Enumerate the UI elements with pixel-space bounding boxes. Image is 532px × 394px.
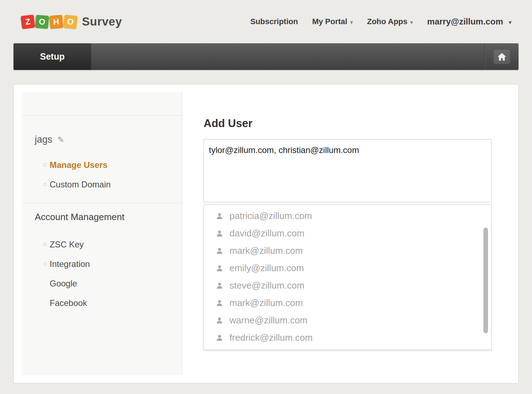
bullet-icon xyxy=(43,243,46,246)
page-title: Add User xyxy=(204,117,510,130)
suggestion-item[interactable]: emily@zillum.com xyxy=(204,259,491,277)
zoho-survey-logo: Z O H O Survey xyxy=(21,15,122,28)
nav-subscription[interactable]: Subscription xyxy=(250,17,298,26)
suggestion-email: david@zillum.com xyxy=(229,228,304,239)
nav-my-portal-label: My Portal xyxy=(312,17,347,26)
person-icon xyxy=(216,264,223,272)
sidebar-item-label: Facebook xyxy=(50,298,87,308)
suggestion-item[interactable]: david@zillum.com xyxy=(204,225,491,242)
setup-toolbar: Setup xyxy=(13,43,519,70)
suggestion-email: patricia@zillum.com xyxy=(229,210,312,221)
sidebar-item-integration[interactable]: Integration xyxy=(22,254,182,274)
person-icon xyxy=(216,230,223,237)
add-user-email-input[interactable]: tylor@zillum.com, christian@zillum.com xyxy=(204,139,492,202)
suggestion-item[interactable]: fredrick@zillum.com xyxy=(204,329,491,346)
suggestion-email: steve@zillum.com xyxy=(229,280,304,291)
suggestion-email: mark@zillum.com xyxy=(229,245,303,256)
account-email: marry@zillum.com xyxy=(427,17,503,27)
edit-pencil-icon[interactable]: ✎ xyxy=(57,135,65,145)
sidebar-item-manage-users[interactable]: Manage Users xyxy=(22,155,182,175)
person-icon xyxy=(216,334,223,342)
sidebar-item-zsc-key[interactable]: ZSC Key xyxy=(22,235,182,254)
sidebar-item-label: Custom Domain xyxy=(50,180,111,190)
suggestion-item[interactable]: patricia@zillum.com xyxy=(204,207,491,225)
person-icon xyxy=(216,317,223,324)
suggestion-email: emily@zillum.com xyxy=(229,263,304,274)
sidebar-item-label: Integration xyxy=(50,259,90,269)
home-icon xyxy=(497,53,506,61)
logo-letter-o1: O xyxy=(35,15,49,29)
account-menu[interactable]: marry@zillum.com ▾ xyxy=(427,17,511,27)
person-icon xyxy=(216,247,223,255)
nav-zoho-apps[interactable]: Zoho Apps ▾ xyxy=(367,17,413,26)
person-icon xyxy=(216,212,223,220)
suggestion-item[interactable]: steve@zillum.com xyxy=(204,277,491,294)
sidebar-top-spacer xyxy=(22,92,182,116)
sidebar-item-facebook[interactable]: Facebook xyxy=(22,293,182,313)
sidebar-item-google[interactable]: Google xyxy=(22,274,182,293)
account-management-heading: Account Management xyxy=(22,212,182,225)
sidebar-item-label: Manage Users xyxy=(50,160,107,170)
suggestion-email: mark@zillum.com xyxy=(229,297,303,308)
workspace-group: jags ✎ Manage Users Custom Domain xyxy=(22,116,182,203)
bullet-icon xyxy=(43,262,46,266)
tab-setup-label: Setup xyxy=(40,51,65,62)
bullet-icon xyxy=(43,163,46,166)
account-management-group: Account Management ZSC Key Integration G… xyxy=(22,203,182,313)
bullet-icon xyxy=(43,183,46,186)
nav-my-portal[interactable]: My Portal ▾ xyxy=(312,17,353,26)
logo-letter-z: Z xyxy=(21,14,35,29)
suggestion-item[interactable]: mark@zillum.com xyxy=(204,294,491,312)
chevron-down-icon: ▾ xyxy=(350,19,353,26)
chevron-down-icon: ▾ xyxy=(410,19,413,26)
sidebar-item-label: ZSC Key xyxy=(50,240,84,250)
zoho-logo-letters: Z O H O xyxy=(21,15,77,28)
person-icon xyxy=(216,282,223,290)
suggestion-item[interactable]: mark@zillum.com xyxy=(204,242,491,259)
workspace-row: jags ✎ xyxy=(22,125,182,145)
sidebar-item-label: Google xyxy=(50,279,77,289)
toolbar-spacer xyxy=(91,43,484,70)
workspace-name: jags xyxy=(35,134,52,145)
main-panel: jags ✎ Manage Users Custom Domain Accoun… xyxy=(13,84,519,383)
dropdown-scrollbar[interactable] xyxy=(483,228,488,333)
top-header: Z O H O Survey Subscription My Portal ▾ … xyxy=(0,0,532,43)
settings-sidebar: jags ✎ Manage Users Custom Domain Accoun… xyxy=(22,92,182,375)
home-button[interactable] xyxy=(494,50,510,64)
nav-zoho-apps-label: Zoho Apps xyxy=(367,17,408,26)
tab-setup[interactable]: Setup xyxy=(13,43,91,70)
chevron-down-icon: ▾ xyxy=(509,19,511,26)
home-section xyxy=(484,43,519,70)
suggestion-item[interactable]: warne@zillum.com xyxy=(204,312,491,329)
person-icon xyxy=(216,299,223,307)
suggestion-email: warne@zillum.com xyxy=(229,315,307,326)
add-user-content: Add User tylor@zillum.com, christian@zil… xyxy=(182,92,510,375)
logo-letter-o2: O xyxy=(63,15,78,29)
product-name: Survey xyxy=(82,15,122,28)
email-suggestions-dropdown: patricia@zillum.com david@zillum.com mar… xyxy=(204,204,492,350)
sidebar-item-custom-domain[interactable]: Custom Domain xyxy=(22,175,182,194)
logo-letter-h: H xyxy=(49,15,63,29)
suggestion-email: fredrick@zillum.com xyxy=(229,332,312,343)
top-nav: Subscription My Portal ▾ Zoho Apps ▾ mar… xyxy=(250,17,511,27)
nav-subscription-label: Subscription xyxy=(250,17,298,26)
